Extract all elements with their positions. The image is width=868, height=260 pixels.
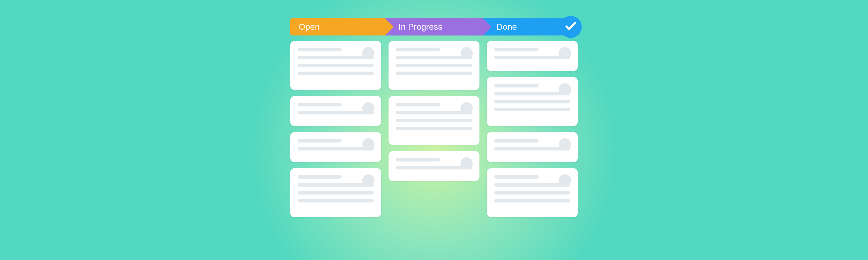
avatar-icon — [559, 83, 571, 95]
placeholder-line — [298, 56, 374, 59]
placeholder-line — [298, 147, 374, 151]
placeholder-line — [298, 103, 342, 106]
task-card[interactable] — [290, 132, 381, 162]
placeholder-line — [494, 48, 538, 52]
board-columns — [290, 41, 578, 217]
task-card[interactable] — [487, 77, 578, 126]
placeholder-line — [396, 64, 472, 67]
done-badge — [560, 16, 582, 38]
status-label: In Progress — [399, 22, 442, 32]
column-in-progress — [389, 41, 479, 181]
placeholder-line — [494, 191, 570, 195]
placeholder-line — [396, 119, 472, 122]
task-card[interactable] — [389, 151, 479, 181]
status-step-in-progress[interactable]: In Progress — [385, 18, 483, 35]
placeholder-line — [298, 64, 374, 67]
checkmark-icon — [565, 20, 577, 34]
placeholder-line — [494, 56, 570, 59]
placeholder-line — [494, 100, 570, 103]
placeholder-line — [298, 191, 374, 195]
placeholder-line — [298, 199, 374, 202]
status-label: Done — [497, 22, 517, 32]
placeholder-line — [396, 127, 472, 130]
placeholder-line — [494, 92, 570, 95]
placeholder-line — [298, 111, 374, 115]
placeholder-line — [396, 111, 472, 115]
placeholder-line — [494, 108, 570, 111]
task-card[interactable] — [290, 41, 381, 90]
task-card[interactable] — [487, 41, 578, 71]
placeholder-line — [494, 183, 570, 187]
status-label: Open — [299, 22, 320, 32]
placeholder-line — [298, 72, 374, 75]
task-card[interactable] — [389, 41, 479, 90]
task-card[interactable] — [487, 168, 578, 217]
avatar-icon — [559, 138, 571, 151]
placeholder-line — [494, 199, 570, 202]
avatar-icon — [461, 157, 473, 169]
avatar-icon — [559, 174, 571, 187]
placeholder-line — [298, 48, 342, 52]
placeholder-line — [298, 139, 342, 142]
task-card[interactable] — [389, 96, 479, 145]
avatar-icon — [559, 47, 571, 59]
placeholder-line — [298, 175, 342, 178]
placeholder-line — [494, 84, 538, 88]
column-done — [487, 41, 578, 217]
placeholder-line — [396, 48, 440, 52]
placeholder-line — [396, 166, 472, 169]
avatar-icon — [461, 47, 473, 59]
task-card[interactable] — [290, 168, 381, 217]
kanban-board: Open In Progress Done — [290, 18, 578, 217]
column-open — [290, 41, 381, 217]
placeholder-line — [396, 56, 472, 59]
task-card[interactable] — [487, 132, 578, 162]
placeholder-line — [396, 72, 472, 75]
placeholder-line — [298, 183, 374, 187]
placeholder-line — [396, 103, 440, 106]
task-card[interactable] — [290, 96, 381, 126]
status-step-open[interactable]: Open — [290, 18, 385, 35]
placeholder-line — [494, 147, 570, 151]
placeholder-line — [396, 158, 440, 162]
avatar-icon — [461, 102, 473, 115]
status-headers: Open In Progress Done — [290, 18, 578, 35]
placeholder-line — [494, 139, 538, 142]
status-step-done[interactable]: Done — [483, 18, 578, 35]
placeholder-line — [494, 175, 538, 178]
